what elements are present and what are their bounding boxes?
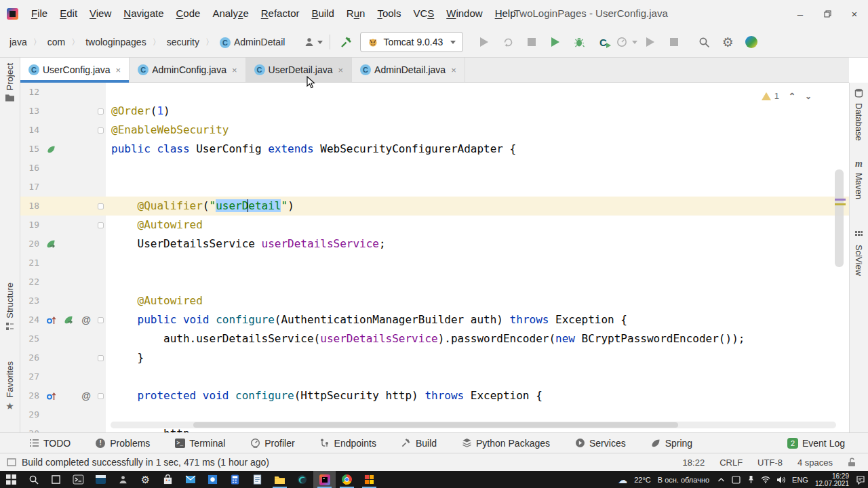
tab-userconfig-java[interactable]: CUserConfig.java× (20, 58, 130, 82)
build-project-button[interactable] (337, 33, 355, 51)
fold-marker[interactable] (95, 121, 106, 140)
menu-file[interactable]: File (25, 0, 54, 27)
tab-userdetail-java[interactable]: CUserDetail.java× (246, 58, 353, 82)
taskbar-chrome-icon[interactable] (336, 471, 358, 488)
breadcrumb-item[interactable]: twologinpages (84, 37, 148, 47)
menu-build[interactable]: Build (305, 0, 340, 27)
close-icon[interactable]: × (116, 65, 121, 75)
code-line[interactable]: 12 (20, 83, 849, 102)
fold-marker[interactable] (95, 102, 106, 121)
code-line[interactable]: 26 } (20, 348, 849, 367)
tool-window-spring[interactable]: Spring (650, 438, 692, 449)
tool-window-event-log[interactable]: 2 Event Log (787, 438, 845, 449)
breadcrumb-item[interactable]: com (46, 37, 66, 47)
tool-window-todo[interactable]: TODO (28, 438, 71, 449)
stop-disabled-icon[interactable] (523, 33, 540, 51)
taskbar-clock[interactable]: 16:29 12.07.2021 (815, 472, 849, 487)
taskbar-edge-dev-icon[interactable] (291, 471, 313, 488)
code-line[interactable]: 21 (20, 253, 849, 272)
pin-icon[interactable] (746, 475, 755, 485)
close-button[interactable]: × (841, 0, 868, 27)
code-line[interactable]: 17 (20, 178, 849, 197)
taskbar-file-explorer-icon[interactable] (269, 471, 291, 488)
stop-disabled-2-icon[interactable] (665, 33, 683, 51)
spring-nav-icon[interactable] (43, 239, 58, 249)
notification-center-icon[interactable] (856, 475, 865, 485)
code-line[interactable]: 28@ protected void configure(HttpSecurit… (20, 386, 849, 405)
menu-tools[interactable]: Tools (371, 0, 407, 27)
override-icon[interactable] (43, 315, 58, 325)
restore-button[interactable] (814, 0, 841, 27)
fold-marker[interactable] (95, 197, 106, 216)
menu-navigate[interactable]: Navigate (117, 0, 170, 27)
taskbar-task-view-icon[interactable] (45, 471, 67, 488)
rerun-disabled-icon[interactable] (499, 33, 517, 51)
coverage-icon[interactable]: C (594, 33, 612, 51)
horizontal-scrollbar[interactable] (111, 422, 836, 428)
taskbar-calculator-icon[interactable] (224, 471, 246, 488)
chevron-up-icon[interactable] (716, 475, 726, 485)
minimize-button[interactable]: – (787, 0, 814, 27)
wifi-icon[interactable] (761, 475, 770, 485)
code-line[interactable]: 22 (20, 272, 849, 291)
run-disabled-2-icon[interactable] (642, 33, 659, 51)
fold-marker[interactable] (95, 216, 106, 235)
taskbar-terminal-icon[interactable] (90, 471, 112, 488)
breadcrumb-item[interactable]: java (8, 37, 28, 47)
tab-adminconfig-java[interactable]: CAdminConfig.java× (130, 58, 245, 82)
tool-window-endpoints[interactable]: Endpoints (319, 438, 376, 449)
tool-window-profiler[interactable]: Profiler (250, 438, 294, 449)
code-line[interactable]: 13@Order(1) (20, 102, 849, 121)
tool-window-build[interactable]: Build (401, 438, 437, 449)
taskbar-settings-icon[interactable]: ⚙ (134, 471, 157, 488)
code-line[interactable]: 15public class UserConfig extends WebSec… (20, 140, 849, 159)
user-profile-button[interactable] (304, 37, 323, 47)
run-disabled-icon[interactable] (475, 33, 493, 51)
tool-window-problems[interactable]: !Problems (95, 438, 150, 449)
fold-marker[interactable] (95, 386, 106, 405)
menu-vcs[interactable]: VCS (407, 0, 440, 27)
vertical-scrollbar[interactable] (835, 169, 844, 267)
line-separator[interactable]: CRLF (719, 458, 743, 468)
inspection-widget[interactable]: 1 ⌃ ⌄ (762, 91, 812, 101)
code-line[interactable]: 20 UserDetailsService userDetailsService… (20, 235, 849, 253)
taskbar-mail-icon[interactable] (179, 471, 201, 488)
next-problem-icon[interactable]: ⌄ (805, 92, 812, 101)
tool-window-button-database[interactable]: Database (850, 88, 868, 141)
settings-icon[interactable]: ⚙ (719, 33, 736, 51)
code-line[interactable]: 19 @Autowired (20, 216, 849, 235)
tool-window-services[interactable]: Services (574, 438, 626, 449)
taskbar-start-icon[interactable] (0, 471, 22, 488)
tool-window-python-packages[interactable]: Python Packages (461, 438, 550, 449)
code-line[interactable]: 23 @Autowired (20, 291, 849, 310)
tool-window-button-maven[interactable]: mMaven (850, 159, 868, 199)
close-icon[interactable]: × (451, 65, 456, 75)
code-editor[interactable]: 1213@Order(1)14@EnableWebSecurity15publi… (20, 83, 849, 432)
menu-window[interactable]: Window (440, 0, 488, 27)
fold-marker[interactable] (95, 348, 106, 367)
taskbar-photos-icon[interactable] (201, 471, 224, 488)
volume-icon[interactable] (776, 475, 785, 485)
taskbar-notepad-icon[interactable] (246, 471, 269, 488)
code-line[interactable]: 18 @Qualifier("userDetail") (20, 197, 849, 216)
run-icon[interactable] (547, 33, 564, 51)
code-line[interactable]: 24@ public void configure(Authentication… (20, 310, 849, 329)
at-icon[interactable]: @ (79, 314, 94, 325)
menu-edit[interactable]: Edit (54, 0, 83, 27)
spring-icon[interactable] (43, 145, 58, 154)
tray-temperature[interactable]: 22°C (634, 476, 651, 484)
breadcrumb-item[interactable]: CAdminDetail (218, 37, 286, 48)
fold-marker[interactable] (95, 310, 106, 329)
menu-code[interactable]: Code (170, 0, 207, 27)
unlocked-icon[interactable] (848, 458, 856, 467)
caret-position[interactable]: 18:22 (683, 458, 705, 468)
taskbar-people-icon[interactable] (112, 471, 134, 488)
taskbar-store-icon[interactable] (157, 471, 179, 488)
indent-setting[interactable]: 4 spaces (797, 458, 833, 468)
code-line[interactable]: 16 (20, 159, 849, 178)
tablet-icon[interactable] (731, 475, 741, 485)
file-encoding[interactable]: UTF-8 (757, 458, 783, 468)
previous-problem-icon[interactable]: ⌃ (789, 92, 795, 101)
language-indicator[interactable]: ENG (792, 476, 808, 484)
menu-view[interactable]: View (83, 0, 117, 27)
